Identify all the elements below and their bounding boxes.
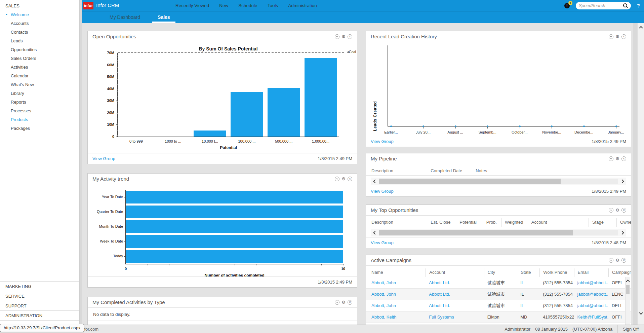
gear-icon[interactable]: ⚙ [341,300,346,305]
bar-10-000-t[interactable] [194,131,226,137]
bar-1-000-00[interactable] [305,58,337,137]
sidebar-item-contacts[interactable]: Contacts [0,28,79,36]
sidebar-item-library[interactable]: Library [0,89,79,98]
bar-today[interactable] [126,250,343,262]
sidebar-item-label: What's New [11,82,34,87]
sidebar-section-service[interactable]: SERVICE [0,291,79,301]
page-scroll-down-arrow[interactable] [638,311,644,315]
collapse-icon[interactable] [609,34,613,39]
menu-item-tools[interactable]: Tools [268,3,278,8]
close-icon[interactable]: × [348,34,352,39]
close-icon[interactable]: × [621,258,626,263]
scroll-left-arrow[interactable] [371,229,378,236]
menu-item-recently-viewed[interactable]: Recently Viewed [175,3,209,8]
widget-header: My Completed Activities by Type ⚙× [88,297,357,308]
cell-link[interactable]: Full Systems [426,311,484,323]
tab-sales[interactable]: Sales [149,11,179,23]
y-tick-mark [116,101,118,101]
collapse-icon[interactable] [335,34,339,39]
gear-icon[interactable]: ⚙ [341,177,346,181]
gear-icon[interactable]: ⚙ [615,208,619,213]
sidebar-section-support[interactable]: SUPPORT [0,301,79,310]
widget-footer: 1/8/2015 2:49 PM [88,321,357,325]
view-group-link[interactable]: View Group [371,139,592,144]
menu-item-schedule[interactable]: Schedule [238,3,257,8]
menu-item-new[interactable]: New [219,3,228,8]
cell-link[interactable]: Abbott Ltd. [426,300,484,311]
gear-icon[interactable]: ⚙ [341,34,346,39]
sidebar-item-products[interactable]: Products [0,115,79,124]
x-tick-mark [300,264,300,265]
sidebar-section-administration[interactable]: ADMINISTRATION [0,310,79,320]
gear-icon[interactable]: ⚙ [615,258,619,263]
sidebar-item-reports[interactable]: Reports [0,98,79,106]
search-input[interactable] [579,3,621,8]
scrollbar-thumb[interactable] [379,230,573,235]
scrollbar-track[interactable] [379,179,618,184]
collapse-icon[interactable] [609,258,613,263]
view-group-link[interactable]: View Group [92,156,318,161]
gear-icon[interactable]: ⚙ [615,34,619,39]
bar-year-to-date[interactable] [126,191,343,203]
sidebar-item-processes[interactable]: Processes [0,106,79,115]
scroll-right-arrow[interactable] [619,229,626,236]
sidebar-item-leads[interactable]: Leads [0,36,79,45]
cell-link[interactable]: Keith@FullSyst... [574,311,608,323]
scrollbar-thumb[interactable] [379,179,561,184]
scroll-up-arrow[interactable] [626,278,630,284]
cell-link[interactable]: Abbott, John [366,277,426,289]
cell-link[interactable]: Abbott Ltd. [426,277,484,289]
widget-title: My Completed Activities by Type [92,299,335,305]
y-axis [388,45,388,127]
page-scrollbar [637,23,644,325]
cell-link[interactable]: jabbot@abbott.... [574,277,608,289]
sidebar-item-activities[interactable]: Activities [0,63,79,71]
cell-link[interactable]: Abbott Ltd. [426,289,484,300]
sidebar-item-sales-orders[interactable]: Sales Orders [0,54,79,63]
close-icon[interactable]: × [621,156,626,161]
widget-title: Active Campaigns [371,257,609,263]
sidebar-item-accounts[interactable]: Accounts [0,19,79,28]
cell-link[interactable]: Abbott, John [366,300,426,311]
close-icon[interactable]: × [621,34,626,39]
x-tick-mark [423,127,424,128]
sign-off-link[interactable]: Sign Off [617,325,644,333]
help-icon[interactable]: ? [637,3,640,8]
cell-link[interactable]: Abbott, John [366,289,426,300]
cell-link[interactable]: jabbot@abbott.... [574,300,608,311]
sidebar-item-packages[interactable]: Packages [0,124,79,133]
collapse-icon[interactable] [335,177,339,181]
bar-500-000[interactable] [268,88,300,137]
alert-icon[interactable]: ! 1 [564,3,570,8]
view-group-link[interactable]: View Group [371,189,592,194]
sidebar-item-what-s-new[interactable]: What's New [0,80,79,89]
close-icon[interactable]: × [348,177,352,181]
view-group-link[interactable]: View Group [371,240,592,245]
scroll-left-arrow[interactable] [371,178,378,185]
sidebar-item-opportunities[interactable]: Opportunities [0,45,79,54]
page-scroll-up-arrow[interactable] [638,26,644,29]
bar-week-to-date[interactable] [126,235,343,248]
tab-my-dashboard[interactable]: My Dashboard [101,11,149,23]
bar-month-to-date[interactable] [126,220,343,233]
close-icon[interactable]: × [348,300,352,305]
scrollbar-track[interactable] [379,230,618,235]
bar-quarter-to-date[interactable] [126,206,343,218]
scroll-right-arrow[interactable] [619,178,626,185]
gear-icon[interactable]: ⚙ [615,156,619,161]
sidebar-section-marketing[interactable]: MARKETING [0,281,79,291]
x-tick-mark [169,264,169,265]
menu-item-administration[interactable]: Administration [288,3,317,8]
sidebar-item-welcome[interactable]: •Welcome [0,10,79,19]
collapse-icon[interactable] [609,156,613,161]
sidebar-item-calendar[interactable]: Calendar [0,71,79,80]
x-tick-label: 0 [125,267,127,271]
scrollbar-thumb[interactable] [626,285,630,294]
close-icon[interactable]: × [621,208,626,213]
bar-100-000[interactable] [231,92,263,137]
cell-link[interactable]: jabbot@abbott.... [574,289,608,300]
search-icon[interactable] [623,3,628,8]
collapse-icon[interactable] [609,208,613,213]
cell-link[interactable]: Abbott, Keith [366,311,426,323]
collapse-icon[interactable] [335,300,339,305]
